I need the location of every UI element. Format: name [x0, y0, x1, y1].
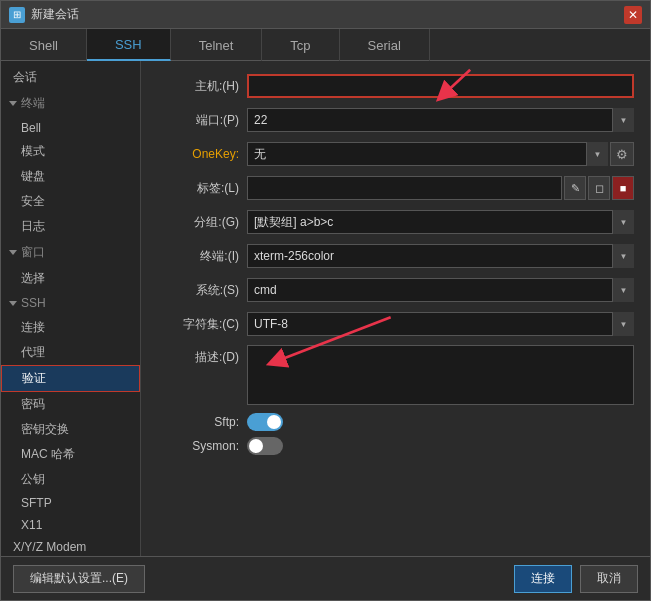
group-select[interactable]: [默契组] a>b>c [247, 210, 634, 234]
desc-label: 描述:(D) [157, 345, 247, 366]
label-clear-btn[interactable]: ◻ [588, 176, 610, 200]
group-row: 分组:(G) [默契组] a>b>c [157, 209, 634, 235]
footer: 编辑默认设置...(E) 连接 取消 [1, 556, 650, 600]
tab-telnet[interactable]: Telnet [171, 29, 263, 61]
tab-serial[interactable]: Serial [340, 29, 430, 61]
sidebar-item-log[interactable]: 日志 [1, 214, 140, 239]
host-row: 主机:(H) [157, 73, 634, 99]
desc-row: 描述:(D) [157, 345, 634, 405]
sidebar-item-mac[interactable]: MAC 哈希 [1, 442, 140, 467]
tab-shell[interactable]: Shell [1, 29, 87, 61]
sftp-label: Sftp: [157, 415, 247, 429]
port-label: 端口:(P) [157, 112, 247, 129]
expand-icon-window [9, 250, 17, 255]
sidebar-category-window[interactable]: 窗口 [1, 239, 140, 266]
tab-ssh[interactable]: SSH [87, 29, 171, 61]
onekey-gear-button[interactable]: ⚙ [610, 142, 634, 166]
charset-select[interactable]: UTF-8 [247, 312, 634, 336]
sidebar-item-sftp[interactable]: SFTP [1, 492, 140, 514]
dialog-icon: ⊞ [9, 7, 25, 23]
sysmon-toggle-knob [249, 439, 263, 453]
label-color-btn[interactable]: ■ [612, 176, 634, 200]
expand-icon [9, 101, 17, 106]
sidebar-item-select[interactable]: 选择 [1, 266, 140, 291]
onekey-label: OneKey: [157, 147, 247, 161]
sidebar-item-kex[interactable]: 密钥交换 [1, 417, 140, 442]
main-panel: 主机:(H) 端口:(P) 22 OneKey: [141, 61, 650, 556]
host-input[interactable] [247, 74, 634, 98]
system-select[interactable]: cmd [247, 278, 634, 302]
label-controls: ✎ ◻ ■ [247, 176, 634, 200]
sysmon-row: Sysmon: [157, 437, 634, 455]
host-label: 主机:(H) [157, 78, 247, 95]
tabs-row: Shell SSH Telnet Tcp Serial [1, 29, 650, 61]
group-label: 分组:(G) [157, 214, 247, 231]
label-input[interactable] [247, 176, 562, 200]
system-label: 系统:(S) [157, 282, 247, 299]
onekey-row: OneKey: 无 ⚙ [157, 141, 634, 167]
dialog: ⊞ 新建会话 ✕ Shell SSH Telnet Tcp Serial 会话 [0, 0, 651, 601]
system-select-wrapper: cmd [247, 278, 634, 302]
charset-select-wrapper: UTF-8 [247, 312, 634, 336]
onekey-controls: 无 ⚙ [247, 142, 634, 166]
title-bar: ⊞ 新建会话 ✕ [1, 1, 650, 29]
sidebar-item-bell[interactable]: Bell [1, 117, 140, 139]
sftp-row: Sftp: [157, 413, 634, 431]
group-select-wrapper: [默契组] a>b>c [247, 210, 634, 234]
port-select[interactable]: 22 [247, 108, 634, 132]
onekey-select[interactable]: 无 [247, 142, 608, 166]
label-edit-btn[interactable]: ✎ [564, 176, 586, 200]
system-row: 系统:(S) cmd [157, 277, 634, 303]
port-select-wrapper: 22 [247, 108, 634, 132]
sidebar-item-keyboard[interactable]: 键盘 [1, 164, 140, 189]
edit-default-button[interactable]: 编辑默认设置...(E) [13, 565, 145, 593]
sidebar-item-password[interactable]: 密码 [1, 392, 140, 417]
connect-button[interactable]: 连接 [514, 565, 572, 593]
title-bar-left: ⊞ 新建会话 [9, 6, 79, 23]
terminal-select-wrapper: xterm-256color [247, 244, 634, 268]
sysmon-label: Sysmon: [157, 439, 247, 453]
charset-row: 字符集:(C) UTF-8 [157, 311, 634, 337]
sidebar-item-auth[interactable]: 验证 [1, 365, 140, 392]
arrow-annotation [141, 61, 650, 556]
sidebar-category-terminal[interactable]: 终端 [1, 90, 140, 117]
sidebar-item-mode[interactable]: 模式 [1, 139, 140, 164]
cancel-button[interactable]: 取消 [580, 565, 638, 593]
sftp-toggle-knob [267, 415, 281, 429]
tab-tcp[interactable]: Tcp [262, 29, 339, 61]
desc-textarea[interactable] [247, 345, 634, 405]
label-label: 标签:(L) [157, 180, 247, 197]
sysmon-toggle[interactable] [247, 437, 283, 455]
sidebar-item-session[interactable]: 会话 [1, 65, 140, 90]
sftp-toggle[interactable] [247, 413, 283, 431]
terminal-label: 终端:(I) [157, 248, 247, 265]
expand-icon-ssh [9, 301, 17, 306]
port-row: 端口:(P) 22 [157, 107, 634, 133]
close-button[interactable]: ✕ [624, 6, 642, 24]
label-row: 标签:(L) ✎ ◻ ■ [157, 175, 634, 201]
sidebar-item-x11[interactable]: X11 [1, 514, 140, 536]
dialog-title: 新建会话 [31, 6, 79, 23]
sidebar-item-pubkey[interactable]: 公钥 [1, 467, 140, 492]
sidebar-item-security[interactable]: 安全 [1, 189, 140, 214]
content-area: 会话 终端 Bell 模式 键盘 安全 日志 窗口 [1, 61, 650, 556]
sidebar-category-ssh[interactable]: SSH [1, 291, 140, 315]
onekey-select-wrapper: 无 [247, 142, 608, 166]
charset-label: 字符集:(C) [157, 316, 247, 333]
sidebar: 会话 终端 Bell 模式 键盘 安全 日志 窗口 [1, 61, 141, 556]
terminal-row: 终端:(I) xterm-256color [157, 243, 634, 269]
terminal-select[interactable]: xterm-256color [247, 244, 634, 268]
footer-right: 连接 取消 [514, 565, 638, 593]
sidebar-item-modem[interactable]: X/Y/Z Modem [1, 536, 140, 556]
sidebar-item-proxy[interactable]: 代理 [1, 340, 140, 365]
sidebar-item-connect[interactable]: 连接 [1, 315, 140, 340]
